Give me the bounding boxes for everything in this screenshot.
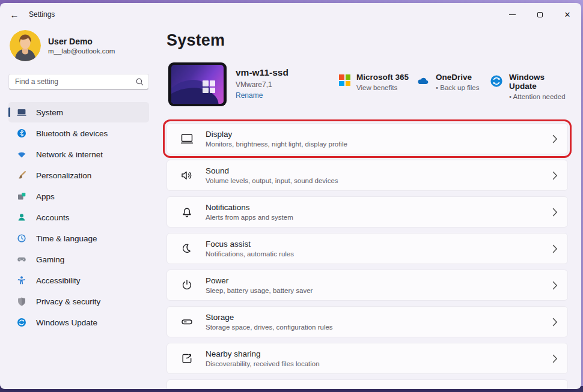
sidebar-item-label: Personalization	[36, 171, 91, 180]
accounts-icon	[17, 213, 26, 222]
row-notifications[interactable]: Notifications Alerts from apps and syste…	[166, 196, 568, 228]
window-title: Settings	[29, 10, 55, 19]
back-arrow-icon: ←	[10, 10, 19, 20]
row-display[interactable]: Display Monitors, brightness, night ligh…	[166, 123, 568, 154]
device-model: VMware7,1	[236, 80, 288, 89]
user-profile: User Demo m__lab@outlook.com	[8, 30, 149, 61]
brush-icon	[17, 170, 26, 180]
settings-rows: Display Monitors, brightness, night ligh…	[166, 123, 568, 389]
status-microsoft-365[interactable]: Microsoft 365 View benefits	[339, 73, 409, 91]
multitasking-icon	[180, 388, 194, 389]
row-subtitle: Storage space, drives, configuration rul…	[206, 324, 333, 331]
minimize-icon	[509, 14, 516, 15]
shield-icon	[17, 297, 26, 306]
back-button[interactable]: ←	[5, 7, 24, 22]
row-multitasking[interactable]: Multitasking	[166, 379, 568, 389]
search-icon	[136, 78, 144, 86]
chevron-right-icon	[552, 354, 558, 363]
rename-link[interactable]: Rename	[236, 91, 263, 100]
row-title: Nearby sharing	[206, 349, 320, 358]
windows-logo-icon	[203, 80, 215, 93]
onedrive-icon	[415, 74, 430, 91]
sidebar-item-windows-update[interactable]: Windows Update	[8, 312, 149, 333]
status-windows-update[interactable]: Windows Update • Attention needed	[490, 73, 568, 100]
row-sound[interactable]: Sound Volume levels, output, input, soun…	[166, 160, 568, 191]
chevron-right-icon	[552, 318, 558, 327]
sidebar-item-label: Network & internet	[36, 150, 103, 159]
main-content: System vm-w11-ssd VMware7,1 Rename	[157, 26, 581, 389]
status-subtitle: View benefits	[356, 84, 409, 91]
row-storage[interactable]: Storage Storage space, drives, configura…	[166, 306, 568, 337]
chevron-right-icon	[552, 244, 558, 253]
display-icon	[180, 131, 194, 146]
microsoft-365-icon	[339, 74, 350, 86]
row-subtitle: Sleep, battery usage, battery saver	[206, 287, 313, 294]
row-focus-assist[interactable]: Focus assist Notifications, automatic ru…	[166, 233, 568, 264]
bell-icon	[180, 205, 194, 219]
user-name: User Demo	[48, 37, 115, 46]
status-title: Microsoft 365	[356, 73, 409, 82]
chevron-right-icon	[552, 281, 558, 290]
chevron-right-icon	[552, 171, 558, 180]
close-button[interactable]: ✕	[554, 3, 581, 26]
sidebar-item-label: Bluetooth & devices	[36, 129, 108, 138]
search-box[interactable]	[8, 74, 149, 89]
status-title: Windows Update	[509, 73, 568, 91]
status-subtitle: • Attention needed	[509, 93, 568, 100]
sidebar-item-label: System	[36, 108, 63, 117]
row-title: Power	[206, 276, 313, 285]
status-onedrive[interactable]: OneDrive • Back up files	[415, 73, 479, 91]
minimize-button[interactable]	[498, 3, 526, 26]
device-info: vm-w11-ssd VMware7,1 Rename	[236, 67, 288, 100]
sidebar-item-system[interactable]: System	[8, 102, 149, 122]
sidebar-item-label: Time & language	[36, 234, 97, 243]
sidebar-item-network-internet[interactable]: Network & internet	[8, 144, 149, 164]
sidebar: User Demo m__lab@outlook.com System	[0, 26, 157, 389]
sidebar-item-bluetooth-devices[interactable]: Bluetooth & devices	[8, 123, 149, 143]
storage-icon	[180, 315, 194, 329]
device-header: vm-w11-ssd VMware7,1 Rename Microsoft 36…	[166, 62, 568, 107]
sidebar-item-privacy-security[interactable]: Privacy & security	[8, 291, 149, 312]
accessibility-icon	[17, 276, 26, 285]
row-title: Sound	[206, 166, 338, 175]
row-subtitle: Discoverability, received files location	[206, 360, 320, 367]
page-title: System	[166, 31, 568, 50]
chevron-right-icon	[552, 134, 558, 143]
sidebar-item-label: Gaming	[36, 255, 64, 264]
bluetooth-icon	[17, 128, 26, 138]
row-power[interactable]: Power Sleep, battery usage, battery save…	[166, 270, 568, 301]
share-icon	[180, 351, 194, 366]
row-title: Notifications	[206, 203, 293, 212]
sound-icon	[180, 168, 194, 182]
row-title: Display	[206, 130, 347, 139]
row-nearby-sharing[interactable]: Nearby sharing Discoverability, received…	[166, 343, 568, 374]
maximize-icon	[537, 12, 543, 17]
sidebar-item-time-language[interactable]: Time & language	[8, 228, 149, 249]
selected-indicator	[8, 107, 10, 117]
status-subtitle: • Back up files	[436, 84, 479, 91]
sidebar-item-gaming[interactable]: Gaming	[8, 249, 149, 270]
row-title: Focus assist	[206, 240, 294, 249]
moon-icon	[180, 241, 194, 256]
sidebar-item-accessibility[interactable]: Accessibility	[8, 270, 149, 291]
row-title: Storage	[206, 313, 333, 322]
gamepad-icon	[17, 255, 26, 264]
system-icon	[17, 107, 26, 117]
sidebar-item-apps[interactable]: Apps	[8, 186, 149, 207]
row-subtitle: Notifications, automatic rules	[206, 250, 294, 258]
status-title: OneDrive	[436, 73, 479, 82]
sidebar-item-label: Accounts	[36, 213, 70, 222]
sidebar-item-personalization[interactable]: Personalization	[8, 165, 149, 185]
maximize-button[interactable]	[526, 3, 554, 26]
user-email: m__lab@outlook.com	[48, 47, 115, 55]
apps-icon	[17, 191, 26, 201]
device-name: vm-w11-ssd	[236, 67, 288, 78]
titlebar: ← Settings ✕	[0, 3, 581, 26]
windows-update-icon	[17, 318, 26, 327]
search-input[interactable]	[15, 77, 136, 86]
chevron-right-icon	[552, 208, 558, 217]
sidebar-item-accounts[interactable]: Accounts	[8, 207, 149, 228]
sidebar-nav: System Bluetooth & devices Network & int…	[8, 102, 149, 333]
settings-window: ← Settings ✕	[0, 3, 581, 389]
close-icon: ✕	[564, 11, 571, 19]
